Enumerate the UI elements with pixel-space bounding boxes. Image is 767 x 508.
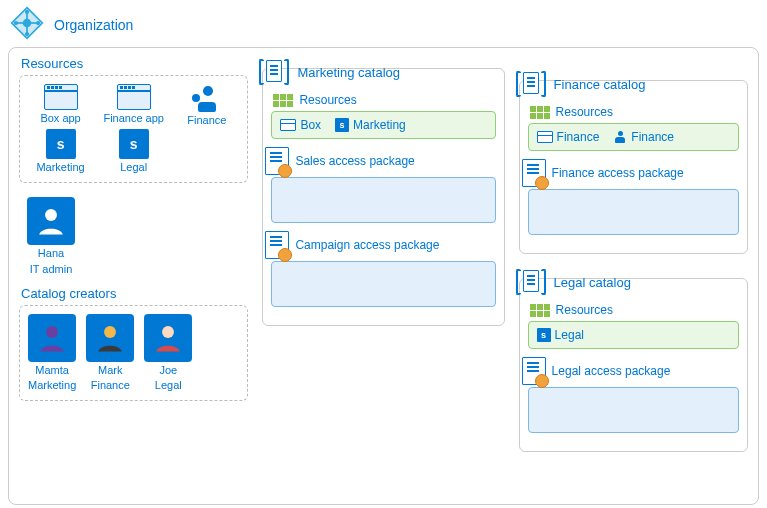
creator-role: Marketing: [28, 379, 76, 392]
catalog-resource-label: Finance: [631, 130, 674, 144]
organization-title: Organization: [54, 17, 133, 33]
catalog-resources-box: Box sMarketing: [271, 111, 495, 139]
organization-body: Resources Box app Finance app Finance s …: [8, 47, 759, 505]
catalog-resource: sLegal: [537, 328, 584, 342]
creators-title: Catalog creators: [21, 286, 248, 301]
catalog-resources-header: Resources: [530, 303, 739, 317]
catalog-icon: [516, 267, 546, 297]
package-label: Finance access package: [552, 166, 684, 180]
waffle-icon: [273, 94, 293, 107]
package-box: [528, 387, 739, 433]
catalog-header: Marketing catalog: [259, 57, 495, 87]
catalog-resource-label: Marketing: [353, 118, 406, 132]
group-icon: [613, 131, 627, 143]
catalog-icon: [516, 69, 546, 99]
package-header: Sales access package: [265, 147, 495, 175]
catalog-title: Legal catalog: [554, 275, 631, 290]
avatar: [27, 197, 75, 245]
catalog-resource: Box: [280, 118, 321, 132]
catalog-resource-label: Finance: [557, 130, 600, 144]
sharepoint-icon: s: [46, 129, 76, 159]
access-package-icon: [265, 231, 289, 259]
creator-name: Mamta: [35, 364, 69, 377]
svg-point-13: [162, 326, 174, 338]
right-column: Finance catalog Resources Finance Financ…: [519, 56, 748, 496]
catalog-resource: Finance: [537, 130, 600, 144]
package-label: Sales access package: [295, 154, 414, 168]
catalog-resources-label: Resources: [556, 105, 613, 119]
access-package-icon: [522, 357, 546, 385]
resources-title: Resources: [21, 56, 248, 71]
package-header: Legal access package: [522, 357, 739, 385]
creator-item: Mamta Marketing: [28, 314, 76, 392]
svg-point-12: [104, 326, 116, 338]
catalog-title: Marketing catalog: [297, 65, 400, 80]
catalog-resources-label: Resources: [299, 93, 356, 107]
creator-item: Mark Finance: [86, 314, 134, 392]
creator-role: Finance: [91, 379, 130, 392]
creator-item: Joe Legal: [144, 314, 192, 392]
creator-role: Legal: [155, 379, 182, 392]
catalog-title: Finance catalog: [554, 77, 646, 92]
resource-item: Box app: [26, 84, 95, 127]
resource-item: Finance app: [99, 84, 168, 127]
catalog-resources-label: Resources: [556, 303, 613, 317]
catalog-header: Finance catalog: [516, 69, 739, 99]
sharepoint-icon: s: [335, 118, 349, 132]
catalog-resources-box: Finance Finance: [528, 123, 739, 151]
resource-item: s Marketing: [26, 129, 95, 174]
admin-block: Hana IT admin: [27, 197, 248, 275]
resource-label: Finance: [187, 114, 226, 127]
app-icon: [117, 84, 151, 110]
creator-name: Mark: [98, 364, 122, 377]
access-package-icon: [265, 147, 289, 175]
left-column: Resources Box app Finance app Finance s …: [19, 56, 248, 496]
marketing-catalog: Marketing catalog Resources Box sMarketi…: [262, 68, 504, 326]
middle-column: Marketing catalog Resources Box sMarketi…: [262, 56, 504, 496]
resource-label: Marketing: [36, 161, 84, 174]
catalog-resources-header: Resources: [273, 93, 495, 107]
legal-catalog: Legal catalog Resources sLegal Legal acc…: [519, 278, 748, 452]
resources-box: Box app Finance app Finance s Marketing …: [19, 75, 248, 183]
catalog-resources-box: sLegal: [528, 321, 739, 349]
resource-item: s Legal: [99, 129, 168, 174]
avatar: [144, 314, 192, 362]
resource-label: Box app: [40, 112, 80, 125]
resources-grid: Box app Finance app Finance s Marketing …: [26, 84, 241, 174]
waffle-icon: [530, 304, 550, 317]
package-label: Legal access package: [552, 364, 671, 378]
creators-grid: Mamta Marketing Mark Finance Joe Legal: [26, 314, 241, 392]
creator-name: Joe: [159, 364, 177, 377]
sharepoint-icon: s: [537, 328, 551, 342]
resource-label: Legal: [120, 161, 147, 174]
catalog-resource: sMarketing: [335, 118, 406, 132]
avatar: [28, 314, 76, 362]
package-box: [271, 177, 495, 223]
group-icon: [192, 84, 222, 112]
sharepoint-icon: s: [119, 129, 149, 159]
package-header: Campaign access package: [265, 231, 495, 259]
package-header: Finance access package: [522, 159, 739, 187]
app-icon: [44, 84, 78, 110]
resource-label: Finance app: [103, 112, 164, 125]
admin-name: Hana: [27, 247, 75, 260]
creators-box: Mamta Marketing Mark Finance Joe Legal: [19, 305, 248, 401]
app-icon: [280, 119, 296, 131]
package-box: [271, 261, 495, 307]
catalog-header: Legal catalog: [516, 267, 739, 297]
package-box: [528, 189, 739, 235]
avatar: [86, 314, 134, 362]
catalog-resource: Finance: [613, 130, 674, 144]
package-label: Campaign access package: [295, 238, 439, 252]
catalog-icon: [259, 57, 289, 87]
waffle-icon: [530, 106, 550, 119]
svg-point-10: [45, 209, 57, 221]
admin-role: IT admin: [27, 263, 75, 276]
app-icon: [537, 131, 553, 143]
catalog-resource-label: Box: [300, 118, 321, 132]
catalog-resources-header: Resources: [530, 105, 739, 119]
resource-item: Finance: [172, 84, 241, 127]
azure-org-icon: [10, 6, 44, 43]
catalog-resource-label: Legal: [555, 328, 584, 342]
svg-point-11: [46, 326, 58, 338]
